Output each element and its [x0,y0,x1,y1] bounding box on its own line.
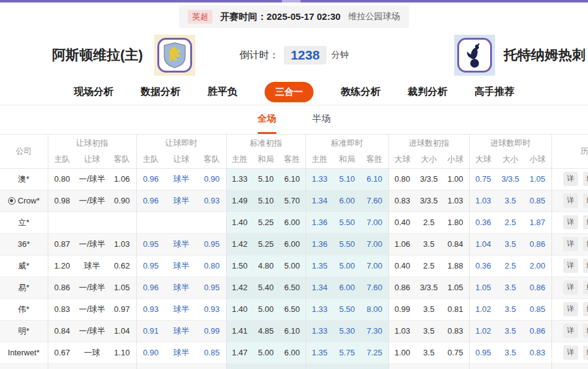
detail-button[interactable]: 详 [563,237,578,251]
odds-subcolumn-header: 客胜 [279,151,305,168]
company-cell[interactable]: 立* [0,211,48,233]
odds-cell [48,363,76,369]
odds-cell [108,211,136,233]
odds-subcolumn-header: 主胜 [226,151,253,168]
odds-cell: 一/球半 [76,233,108,255]
odds-cell [253,363,279,369]
row-actions-cell: 详统 [551,168,588,190]
odds-cell: 1.36 [305,211,333,233]
odds-cell [226,363,253,369]
odds-cell: 0.95 [469,342,497,363]
odds-subcolumn-header: 和局 [333,151,361,168]
company-cell[interactable]: 威* [0,255,48,277]
company-cell[interactable]: 澳* [0,168,48,190]
stats-button[interactable]: 统 [583,193,588,208]
detail-button[interactable]: 详 [563,193,578,208]
nav-tab[interactable]: 数据分析 [141,86,180,99]
odds-cell: 6.00 [333,277,361,298]
odds-subcolumn-header: 小球 [442,151,469,168]
odds-cell: 8.00 [361,298,388,320]
odds-cell [416,363,442,369]
odds-cell: 1.47 [226,342,253,363]
nav-tab[interactable]: 现场分析 [74,86,113,99]
odds-cell: 6.10 [361,168,388,190]
nav-tab[interactable]: 三合一 [265,82,314,102]
stats-button[interactable]: 统 [583,215,588,229]
company-cell[interactable]: Crow* [0,190,48,211]
odds-cell: 一/球半 [76,168,108,190]
company-cell[interactable]: 36* [0,233,48,255]
odds-cell: 6.50 [279,298,305,320]
stats-button[interactable]: 统 [583,280,588,295]
row-actions-cell: 详统 [551,298,588,320]
scope-tab[interactable]: 半场 [312,113,331,134]
odds-cell: 球半 [165,233,198,255]
stats-button[interactable]: 统 [583,259,588,273]
odds-cell: 3.5 [497,277,524,298]
odds-cell: 1.33 [226,168,253,190]
away-team-name: 托特纳姆热刺 [504,46,586,64]
odds-cell: 5.25 [253,211,279,233]
stats-button[interactable]: 统 [583,237,588,251]
nav-tab[interactable]: 教练分析 [341,86,380,99]
odds-cell: 0.93 [136,298,165,320]
odds-subcolumn-header: 让球 [165,151,198,168]
company-cell[interactable]: 明* [0,320,48,342]
odds-cell: 1.33 [305,320,333,342]
bookmaker-row: 伟*0.83一/球半0.970.93球半0.931.405.006.501.33… [0,298,588,320]
detail-button[interactable]: 详 [563,215,578,229]
company-cell[interactable] [0,363,48,369]
odds-cell: 2.5 [497,211,524,233]
top-accent-bar [0,0,588,2]
odds-cell: 球半 [165,190,198,211]
odds-cell: 5.50 [333,211,361,233]
nav-tab[interactable]: 胜平负 [208,86,237,99]
odds-cell: 2.5 [416,211,442,233]
odds-cell: 5.10 [253,190,279,211]
odds-cell: 0.97 [108,298,136,320]
odds-cell: 0.95 [198,233,226,255]
detail-button[interactable]: 详 [563,302,578,316]
odds-cell: 3.5 [416,233,442,255]
stats-button[interactable]: 统 [583,345,588,360]
odds-cell: 5.10 [333,168,361,190]
scope-tab[interactable]: 全场 [258,113,276,134]
bookmaker-row: 36*0.87一/球半1.030.95球半0.951.425.256.001.3… [0,233,588,255]
odds-group-header: 进球数初指 [388,135,469,151]
detail-button[interactable]: 详 [563,280,578,295]
company-cell[interactable]: 伟* [0,298,48,320]
odds-cell: 0.84 [48,320,76,342]
odds-cell [388,363,416,369]
nav-tab[interactable]: 裁判分析 [408,86,447,99]
company-cell[interactable]: Interwet* [0,342,48,363]
odds-cell: 球半 [165,168,198,190]
detail-button[interactable]: 详 [563,259,578,273]
top-accent-segment [282,0,301,2]
odds-cell: 0.80 [48,168,76,190]
match-info-bar: 英超 开赛时间：2025-05-17 02:30 维拉公园球场 [0,2,588,31]
detail-button[interactable]: 详 [563,172,578,186]
company-cell[interactable]: 易* [0,277,48,298]
odds-cell: 7.30 [361,320,388,342]
odds-cell: 1.05 [442,277,469,298]
odds-cell: 0.95 [136,233,165,255]
odds-cell: 3.5 [416,342,442,363]
stats-button[interactable]: 统 [583,302,588,316]
nav-tab[interactable]: 高手推荐 [475,86,514,99]
odds-subcolumn-header: 小球 [524,151,551,168]
stats-button[interactable]: 统 [583,172,588,186]
odds-cell: 球半 [165,342,198,363]
odds-group-header: 标准初指 [226,135,305,151]
odds-cell: 0.85 [198,342,226,363]
odds-subcolumn-header: 大球 [388,151,416,168]
detail-button[interactable]: 详 [563,324,578,338]
odds-cell: 4.80 [253,255,279,277]
odds-cell [469,363,497,369]
stats-button[interactable]: 统 [583,324,588,338]
detail-button[interactable]: 详 [563,345,578,360]
odds-cell: 1.49 [226,190,253,211]
odds-cell: 0.91 [136,320,165,342]
odds-cell: 1.00 [442,168,469,190]
bookmaker-row: Interwet*0.67一球1.100.90球半0.851.475.006.0… [0,342,588,363]
odds-cell: 6.50 [279,277,305,298]
